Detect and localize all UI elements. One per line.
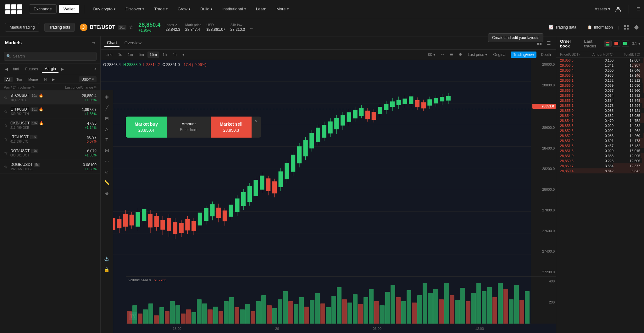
ob-row[interactable]: 28,856.0 0.069 16.030: [556, 83, 644, 88]
ob-row[interactable]: 28,856.6 0.100 19.087: [556, 58, 644, 63]
filter-prev-arrow[interactable]: ◀: [4, 67, 9, 71]
tab-futures[interactable]: Futures: [23, 66, 41, 73]
list-item[interactable]: ☆ DOT/USDT 10x 803,301 DOT 6.079 +1.33%: [0, 146, 100, 160]
ob-row[interactable]: 28,853.5 0.020 14.282: [556, 123, 644, 128]
sidebar-collapse-icon[interactable]: ⇔: [92, 41, 95, 45]
settings-icon[interactable]: ⚙: [457, 52, 464, 58]
nav-learn[interactable]: Learn: [252, 0, 270, 18]
ob-row[interactable]: 28,856.5 1.341 18.987: [556, 63, 644, 68]
ob-row[interactable]: 28,850.4 8.842 8.842: [556, 168, 644, 173]
shape-tool[interactable]: △: [102, 125, 112, 134]
tab-overview[interactable]: Overview: [122, 39, 144, 46]
wallet-button[interactable]: Wallet: [59, 5, 79, 13]
emoji-tool[interactable]: ☺: [102, 167, 112, 176]
manual-trading-button[interactable]: Manual trading: [5, 23, 39, 32]
filter-top[interactable]: Top: [14, 77, 25, 82]
nav-build[interactable]: Build ▾: [197, 0, 216, 18]
nav-grow[interactable]: Grow ▾: [174, 0, 194, 18]
ob-row[interactable]: 28,855.8 0.077 15.960: [556, 88, 644, 93]
ob-row[interactable]: 28,856.4 0.500 17.646: [556, 68, 644, 73]
view-original[interactable]: Original: [491, 52, 509, 58]
list-item[interactable]: ☆ DOGE/USDT 5x 192.36M DOGE 0.08100 +1.5…: [0, 160, 100, 174]
market-sell-button[interactable]: Market sell 28,850.3: [211, 117, 252, 138]
ob-view-sell[interactable]: [613, 41, 620, 47]
filter-all[interactable]: All: [4, 77, 13, 82]
favorite-icon[interactable]: ☆: [129, 24, 133, 30]
ob-row[interactable]: 28,855.2 0.554 15.848: [556, 98, 644, 103]
ob-row[interactable]: 28,850.8 0.228 12.606: [556, 158, 644, 163]
search-input[interactable]: [4, 52, 97, 61]
ob-row[interactable]: 28,854.1 0.470 14.752: [556, 118, 644, 123]
pair-col-header[interactable]: Pair / 24h volume ⇅: [4, 85, 65, 89]
view-depth[interactable]: Depth: [538, 52, 553, 58]
list-item[interactable]: ☆ BTC/USDT 10x 🔥 10,422 BTC 28,850.4 +1.…: [0, 91, 100, 105]
list-view-icon[interactable]: ☰: [448, 52, 455, 58]
time-1h[interactable]: 1h: [160, 52, 169, 58]
ob-row[interactable]: 28,851.0 0.388 12.995: [556, 153, 644, 158]
ob-row[interactable]: 28,855.7 0.034 15.882: [556, 93, 644, 98]
menu-button[interactable]: ☰: [636, 7, 640, 11]
nav-buy-crypto[interactable]: Buy crypto ▾: [89, 0, 119, 18]
ob-row[interactable]: 28,851.5 0.020 13.015: [556, 148, 644, 153]
filter-more-arrow[interactable]: ▶: [51, 77, 56, 82]
order-amount-field[interactable]: Amount Enter here: [167, 117, 211, 138]
draw-tool-icon[interactable]: ✏: [439, 52, 446, 58]
fibonacci-tool[interactable]: ⋈: [102, 146, 112, 155]
nav-more[interactable]: More ▾: [273, 0, 292, 18]
pair-selector[interactable]: USDT ▾: [79, 76, 97, 82]
ob-view-buy[interactable]: [622, 41, 629, 47]
tab-perpetual[interactable]: tual: [10, 66, 21, 73]
time-more-dropdown[interactable]: ▾: [180, 52, 186, 58]
time-1m[interactable]: 1m: [125, 52, 135, 58]
tab-chart[interactable]: Chart: [104, 39, 119, 47]
nav-discover[interactable]: Discover ▾: [122, 0, 148, 18]
list-item[interactable]: ☆ LTC/USDT 10x 412,396 LTC 90.97 -0.07%: [0, 132, 100, 146]
more-stats-button[interactable]: ...: [250, 25, 253, 30]
indicators-button[interactable]: 00 ▾: [426, 52, 437, 58]
ob-row[interactable]: 28,852.6 0.002 14.262: [556, 128, 644, 133]
ob-row[interactable]: 28,856.3 0.933 17.146: [556, 73, 644, 78]
filter-next-arrow[interactable]: ▶: [60, 67, 65, 71]
star-icon[interactable]: ☆: [4, 137, 8, 142]
ob-row[interactable]: 28,850.7 3.534 12.377: [556, 163, 644, 168]
time-5m[interactable]: 5m: [136, 52, 146, 58]
star-icon[interactable]: ☆: [4, 164, 8, 169]
crosshair-tool[interactable]: ✚: [102, 93, 112, 101]
trading-data-button[interactable]: 📈 Trading data: [549, 25, 576, 30]
list-item[interactable]: ☆ OKB/USDT 10x 🔥 211,499 OKB 47.85 +1.14…: [0, 118, 100, 132]
price-col-header[interactable]: Last price/Change ⇅: [65, 85, 97, 89]
nav-trade[interactable]: Trade ▾: [150, 0, 171, 18]
information-button[interactable]: 📋 Information: [587, 25, 613, 30]
ob-row[interactable]: 28,851.9 0.691 14.173: [556, 138, 644, 143]
star-icon[interactable]: ☆: [4, 150, 8, 156]
pattern-tool[interactable]: ⋯: [102, 157, 112, 166]
anchor-tool[interactable]: ⚓: [102, 254, 112, 263]
settings-button[interactable]: [634, 25, 639, 30]
ob-precision-selector[interactable]: 0.1 ▾: [632, 41, 640, 46]
profile-button[interactable]: [615, 6, 621, 12]
okx-logo[interactable]: [4, 3, 24, 15]
market-buy-button[interactable]: Market buy 28,850.4: [126, 117, 167, 138]
measure-tool[interactable]: 📏: [102, 178, 112, 187]
exchange-button[interactable]: Exchange: [29, 4, 57, 14]
text-tool[interactable]: T: [102, 135, 112, 144]
filter-h[interactable]: H: [42, 77, 49, 82]
collapse-icon[interactable]: ☰: [546, 40, 552, 46]
zoom-tool[interactable]: ⊕: [102, 189, 112, 198]
ob-view-both[interactable]: [604, 41, 612, 47]
main-chart-wrapper[interactable]: O 28868.4 H 28888.0 L 28814.2 C 28851.0 …: [101, 60, 556, 276]
filter-meme[interactable]: Meme: [26, 77, 41, 82]
draw-tool[interactable]: ⊟: [102, 114, 112, 123]
ob-row[interactable]: 28,854.9 0.332 15.085: [556, 113, 644, 118]
view-tradingview[interactable]: TradingView: [511, 52, 536, 58]
ob-row[interactable]: 28,855.0 0.035 15.121: [556, 108, 644, 113]
trend-line-tool[interactable]: ╱: [102, 103, 112, 112]
order-book-tab[interactable]: Order book: [560, 39, 578, 48]
nav-institutional[interactable]: Institutional ▾: [219, 0, 250, 18]
list-item[interactable]: ☆ ETH/USDT 10x 🔥 139,292 ETH 1,897.07 +1…: [0, 105, 100, 118]
ob-row[interactable]: 28,855.1 0.173 15.294: [556, 103, 644, 108]
trading-bots-button[interactable]: Trading bots: [44, 23, 75, 32]
last-price-selector[interactable]: Last price ▾: [466, 52, 489, 58]
lock-tool[interactable]: 🔒: [102, 265, 112, 274]
ob-row[interactable]: 28,852.2 0.086 14.260: [556, 133, 644, 138]
